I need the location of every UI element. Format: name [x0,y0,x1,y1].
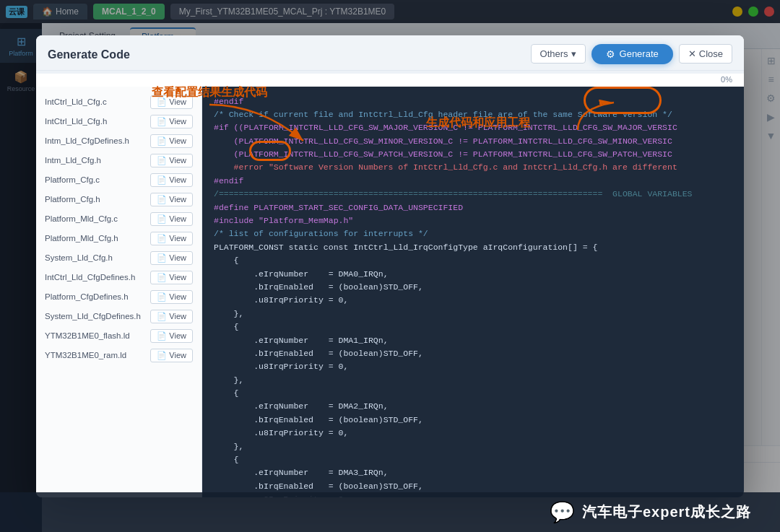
view-button[interactable]: 📄 View [150,232,193,245]
code-line: #if ((PLATFORM_INTCTRL_LLD_CFG_SW_MAJOR_… [214,121,732,134]
file-item: Platform_CfgDefines.h 📄 View [36,287,202,307]
code-line: PLATFORM_CONST static const IntCtrl_Lld_… [214,241,732,254]
file-name: Platform_CfgDefines.h [45,292,129,301]
code-line: #include "Platform_MemMap.h" [214,214,732,227]
file-item: IntCtrl_Lld_Cfg.h 📄 View [36,112,202,131]
code-line: #error "Software Version Numbers of IntC… [214,161,732,174]
file-item: Platform_Mld_Cfg.c 📄 View [36,209,202,229]
code-line: }, [214,308,732,320]
file-name: Platform_Mld_Cfg.h [45,234,118,243]
modal-title: Generate Code [48,48,130,70]
code-line: /=======================================… [214,188,732,201]
view-button[interactable]: 📄 View [150,310,193,323]
code-panel: #endif/* Check if current file and IntCt… [202,87,744,497]
file-item: Intm_Lld_Cfg.h 📄 View [36,151,202,170]
file-icon: 📄 [157,136,167,146]
file-name: Intm_Lld_Cfg.h [45,156,101,165]
view-button[interactable]: 📄 View [150,193,193,206]
view-button[interactable]: 📄 View [150,251,193,265]
code-line: { [214,320,732,333]
others-label: Others [540,48,568,59]
code-line: { [214,453,732,466]
code-line: .bIrqEnabled = (boolean)STD_OFF, [214,347,732,360]
file-icon: 📄 [157,156,167,165]
file-item: Platform_Cfg.h 📄 View [36,190,202,209]
file-item: Platform_Cfg.c 📄 View [36,170,202,190]
file-icon: 📄 [157,331,167,341]
code-line: .eIrqNumber = DMA0_IRQn, [214,268,732,281]
watermark-text: 汽车电子expert成长之路 [582,502,751,522]
code-line: .bIrqEnabled = (boolean)STD_OFF, [214,480,732,493]
file-item: YTM32B1ME0_ram.ld 📄 View [36,346,202,365]
code-line: #define PLATFORM_START_SEC_CONFIG_DATA_U… [214,201,732,214]
file-icon: 📄 [157,97,167,107]
file-item: IntCtrl_Lld_Cfg.c 📄 View [36,92,202,112]
code-line: #endif [214,95,732,108]
others-button[interactable]: Others ▾ [531,44,586,64]
generate-icon: ⚙ [606,48,615,60]
file-icon: 📄 [157,292,167,302]
code-line: }, [214,374,732,387]
code-line: (PLATFORM_INTCTRL_LLD_CFG_SW_PATCH_VERSI… [214,148,732,161]
view-button[interactable]: 📄 View [150,349,193,362]
close-modal-button[interactable]: ✕ Close [679,44,732,64]
view-button[interactable]: 📄 View [150,95,193,109]
file-icon: 📄 [157,253,167,263]
view-button[interactable]: 📄 View [150,115,193,128]
file-icon: 📄 [157,195,167,204]
modal-header-right: Others ▾ ⚙ Generate ✕ Close [531,44,732,70]
file-icon: 📄 [157,234,167,243]
view-button[interactable]: 📄 View [150,329,193,343]
file-item: IntCtrl_Lld_CfgDefines.h 📄 View [36,268,202,287]
file-icon: 📄 [157,175,167,185]
others-chevron-icon: ▾ [571,48,576,59]
view-button[interactable]: 📄 View [150,290,193,304]
watermark-icon: 💬 [550,500,575,524]
file-icon: 📄 [157,117,167,126]
file-item: YTM32B1ME0_flash.ld 📄 View [36,326,202,346]
code-line: .u8IrqPriority = 0, [214,360,732,373]
view-button[interactable]: 📄 View [150,173,193,187]
generate-label: Generate [620,48,659,59]
generate-code-modal: Generate Code Others ▾ ⚙ Generate ✕ Clos… [36,35,744,497]
view-button[interactable]: 📄 View [150,271,193,284]
code-line: .u8IrqPriority = 0, [214,427,732,440]
code-line: .eIrqNumber = DMA1_IRQn, [214,334,732,347]
file-name: System_Lld_Cfg.h [45,253,113,262]
code-line: { [214,254,732,267]
code-line: /* list of configurations for interrupts… [214,227,732,240]
file-name: YTM32B1ME0_flash.ld [45,331,130,340]
file-item: Platform_Mld_Cfg.h 📄 View [36,229,202,248]
code-line: .bIrqEnabled = (boolean)STD_OFF, [214,281,732,294]
file-name: Intm_Lld_CfgDefines.h [45,136,129,145]
code-line: .bIrqEnabled = (boolean)STD_OFF, [214,414,732,427]
close-label: Close [699,48,723,59]
file-icon: 📄 [157,312,167,321]
view-button[interactable]: 📄 View [150,154,193,167]
code-line: (PLATFORM_INTCTRL_LLD_CFG_SW_MINOR_VERSI… [214,135,732,148]
code-line: .eIrqNumber = DMA3_IRQn, [214,466,732,479]
code-line: #endif [214,175,732,188]
file-icon: 📄 [157,273,167,282]
file-name: Platform_Mld_Cfg.c [45,214,118,223]
view-button[interactable]: 📄 View [150,134,193,148]
file-icon: 📄 [157,214,167,224]
view-button[interactable]: 📄 View [150,212,193,226]
progress-label: 0% [721,75,732,84]
file-name: YTM32B1ME0_ram.ld [45,351,126,359]
file-name: Platform_Cfg.c [45,175,100,184]
file-name: IntCtrl_Lld_CfgDefines.h [45,273,135,282]
close-icon: ✕ [688,48,696,59]
file-item: System_Lld_CfgDefines.h 📄 View [36,307,202,326]
file-name: IntCtrl_Lld_Cfg.c [45,97,107,106]
modal-overlay: Generate Code Others ▾ ⚙ Generate ✕ Clos… [0,0,780,532]
modal-header: Generate Code Others ▾ ⚙ Generate ✕ Clos… [36,35,744,71]
file-name: System_Lld_CfgDefines.h [45,312,141,320]
code-line: }, [214,440,732,453]
watermark: 💬 汽车电子expert成长之路 [0,492,780,532]
file-name: IntCtrl_Lld_Cfg.h [45,117,107,126]
file-name: Platform_Cfg.h [45,195,100,204]
code-line: .u8IrqPriority = 0, [214,294,732,307]
generate-button[interactable]: ⚙ Generate [592,44,673,64]
file-icon: 📄 [157,351,167,360]
